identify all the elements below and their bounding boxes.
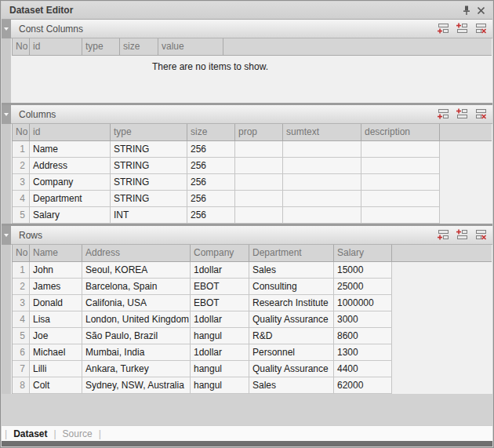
row-number-cell[interactable]: 7 bbox=[13, 361, 30, 377]
data-cell[interactable] bbox=[361, 174, 440, 191]
insert-row-button[interactable] bbox=[455, 228, 470, 242]
data-cell[interactable]: 1300 bbox=[334, 344, 392, 361]
data-cell[interactable]: London, United Kingdom bbox=[82, 311, 191, 328]
data-cell[interactable]: INT bbox=[111, 207, 187, 224]
column-header-company[interactable]: Company bbox=[191, 245, 249, 262]
column-header-size[interactable]: size bbox=[120, 38, 158, 56]
data-cell[interactable]: hangul bbox=[191, 377, 249, 394]
delete-row-button[interactable] bbox=[474, 228, 489, 242]
data-cell[interactable] bbox=[283, 207, 361, 224]
row-number-cell[interactable]: 2 bbox=[13, 279, 30, 295]
column-header-type[interactable]: type bbox=[111, 124, 187, 141]
data-cell[interactable] bbox=[361, 158, 440, 174]
data-cell[interactable] bbox=[283, 174, 361, 191]
column-header-no[interactable]: No bbox=[13, 38, 30, 56]
data-cell[interactable] bbox=[235, 191, 283, 207]
insert-row-button[interactable] bbox=[455, 22, 470, 35]
data-cell[interactable] bbox=[361, 191, 440, 207]
data-cell[interactable]: 62000 bbox=[334, 377, 392, 394]
data-cell[interactable]: 256 bbox=[187, 207, 235, 224]
data-cell[interactable]: 8600 bbox=[334, 328, 392, 344]
data-cell[interactable]: 1000000 bbox=[334, 295, 392, 311]
collapse-section-button[interactable] bbox=[2, 105, 11, 124]
add-row-button[interactable] bbox=[436, 22, 451, 35]
row-number-cell[interactable]: 3 bbox=[13, 174, 30, 191]
column-header-id[interactable]: id bbox=[30, 124, 111, 141]
data-cell[interactable] bbox=[283, 141, 361, 158]
column-header-no[interactable]: No bbox=[13, 124, 30, 141]
data-cell[interactable]: 256 bbox=[187, 174, 235, 191]
data-cell[interactable]: hangul bbox=[191, 328, 249, 344]
data-cell[interactable]: John bbox=[30, 262, 82, 279]
data-cell[interactable]: Department bbox=[30, 191, 111, 207]
data-cell[interactable] bbox=[235, 207, 283, 224]
row-number-cell[interactable]: 5 bbox=[13, 207, 30, 224]
data-cell[interactable] bbox=[361, 141, 440, 158]
row-number-cell[interactable]: 8 bbox=[13, 377, 30, 394]
add-row-button[interactable] bbox=[436, 228, 451, 242]
column-header-no[interactable]: No bbox=[13, 245, 30, 262]
insert-row-button[interactable] bbox=[455, 107, 470, 121]
row-number-cell[interactable]: 6 bbox=[13, 344, 30, 361]
close-icon[interactable] bbox=[474, 4, 488, 16]
column-header-sumtext[interactable]: sumtext bbox=[283, 124, 361, 141]
data-cell[interactable]: EBOT bbox=[191, 295, 249, 311]
data-cell[interactable]: STRING bbox=[111, 141, 187, 158]
data-cell[interactable] bbox=[235, 158, 283, 174]
data-cell[interactable]: Sydney, NSW, Australia bbox=[82, 377, 191, 394]
row-number-cell[interactable]: 4 bbox=[13, 191, 30, 207]
data-cell[interactable]: Joe bbox=[30, 328, 82, 344]
column-header-description[interactable]: description bbox=[361, 124, 440, 141]
data-cell[interactable] bbox=[235, 174, 283, 191]
data-cell[interactable] bbox=[283, 158, 361, 174]
data-cell[interactable]: STRING bbox=[111, 191, 187, 207]
data-cell[interactable]: EBOT bbox=[191, 279, 249, 295]
data-cell[interactable]: 256 bbox=[187, 191, 235, 207]
data-cell[interactable]: Califonia, USA bbox=[82, 295, 191, 311]
row-number-cell[interactable]: 3 bbox=[13, 295, 30, 311]
data-cell[interactable]: 25000 bbox=[334, 279, 392, 295]
data-cell[interactable]: 256 bbox=[187, 141, 235, 158]
data-cell[interactable]: R&D bbox=[249, 328, 334, 344]
column-header-id[interactable]: id bbox=[30, 38, 82, 56]
data-cell[interactable]: São Paulo, Brazil bbox=[82, 328, 191, 344]
data-cell[interactable]: 256 bbox=[187, 158, 235, 174]
row-number-cell[interactable]: 4 bbox=[13, 311, 30, 328]
delete-row-button[interactable] bbox=[474, 107, 489, 121]
add-row-button[interactable] bbox=[436, 107, 451, 121]
column-header-name[interactable]: Name bbox=[30, 245, 82, 262]
column-header-prop[interactable]: prop bbox=[235, 124, 283, 141]
data-cell[interactable]: 1dollar bbox=[191, 262, 249, 279]
column-header-value[interactable]: value bbox=[158, 38, 223, 56]
row-number-cell[interactable]: 1 bbox=[13, 262, 30, 279]
data-cell[interactable]: Name bbox=[30, 141, 111, 158]
data-cell[interactable]: Barcelona, Spain bbox=[82, 279, 191, 295]
data-cell[interactable]: Quality Assurance bbox=[249, 361, 334, 377]
column-header-department[interactable]: Department bbox=[249, 245, 334, 262]
data-cell[interactable]: Salary bbox=[30, 207, 111, 224]
tab-source[interactable]: Source bbox=[56, 428, 99, 439]
data-cell[interactable]: 3000 bbox=[334, 311, 392, 328]
data-cell[interactable]: Lilli bbox=[30, 361, 82, 377]
data-cell[interactable]: Ankara, Turkey bbox=[82, 361, 191, 377]
column-header-address[interactable]: Address bbox=[82, 245, 191, 262]
data-cell[interactable]: Mumbai, India bbox=[82, 344, 191, 361]
collapse-section-button[interactable] bbox=[2, 226, 11, 245]
data-cell[interactable]: hangul bbox=[191, 361, 249, 377]
delete-row-button[interactable] bbox=[474, 22, 489, 35]
column-header-type[interactable]: type bbox=[82, 38, 120, 56]
data-cell[interactable]: Donald bbox=[30, 295, 82, 311]
column-header-salary[interactable]: Salary bbox=[334, 245, 392, 262]
data-cell[interactable]: Sales bbox=[249, 262, 334, 279]
data-cell[interactable]: Consulting bbox=[249, 279, 334, 295]
data-cell[interactable]: 1dollar bbox=[191, 344, 249, 361]
row-number-cell[interactable]: 2 bbox=[13, 158, 30, 174]
data-cell[interactable]: Company bbox=[30, 174, 111, 191]
data-cell[interactable]: Lisa bbox=[30, 311, 82, 328]
data-cell[interactable]: 15000 bbox=[334, 262, 392, 279]
pin-icon[interactable] bbox=[459, 4, 474, 16]
data-cell[interactable]: James bbox=[30, 279, 82, 295]
data-cell[interactable]: Address bbox=[30, 158, 111, 174]
column-header-size[interactable]: size bbox=[187, 124, 235, 141]
row-number-cell[interactable]: 5 bbox=[13, 328, 30, 344]
